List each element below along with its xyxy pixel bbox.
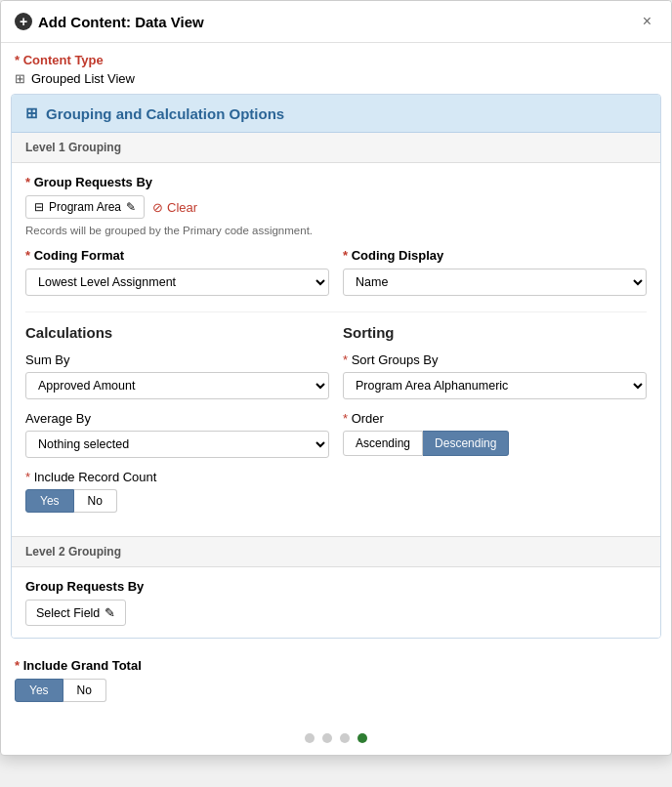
descending-button[interactable]: Descending [423,431,509,456]
edit-icon2: ✎ [105,605,115,620]
group-requests-by-group: * Group Requests By ⊟ Program Area ✎ ⊘ C… [25,175,647,236]
close-button[interactable]: × [637,11,657,32]
sorting-title: Sorting [343,324,647,341]
group-btn-row: ⊟ Program Area ✎ ⊘ Clear [25,195,647,219]
dot-2 [322,733,332,743]
calculations-title: Calculations [25,324,329,341]
coding-row: * Coding Format Lowest Level Assignment … [25,248,647,296]
content-type-label: * Content Type [15,53,657,67]
modal-title-group: + Add Content: Data View [15,13,204,30]
average-by-label: Average By [25,411,329,426]
grand-total-label: * Include Grand Total [15,658,657,673]
coding-display-group: * Coding Display Name [343,248,647,296]
coding-format-group: * Coding Format Lowest Level Assignment [25,248,329,296]
panel-header-icon: ⊞ [25,104,38,122]
coding-format-label: * Coding Format [25,248,329,263]
main-panel: ⊞ Grouping and Calculation Options Level… [11,94,661,639]
sum-by-select[interactable]: Approved Amount [25,372,329,399]
sum-by-label: Sum By [25,352,329,367]
pagination-dots [1,724,671,755]
average-by-select[interactable]: Nothing selected [25,431,329,458]
plus-icon: + [15,13,32,30]
table-icon: ⊟ [34,200,44,214]
sort-groups-by-label: * Sort Groups By [343,352,647,367]
include-record-count-label: * Include Record Count [25,470,329,484]
ascending-button[interactable]: Ascending [343,431,423,456]
group-requests-by-label2: Group Requests By [25,579,647,594]
order-group: * Order Ascending Descending [343,411,647,456]
no-icon: ⊘ [152,200,163,215]
modal-header: + Add Content: Data View × [1,1,671,43]
order-btn-group: Ascending Descending [343,431,647,456]
modal-container: + Add Content: Data View × * Content Typ… [0,0,672,756]
coding-format-select[interactable]: Lowest Level Assignment [25,269,329,296]
grand-total-no[interactable]: No [63,679,106,702]
calculations-section: Calculations Sum By Approved Amount Aver… [25,324,329,524]
group-requests-label: * Group Requests By [25,175,647,189]
sum-by-group: Sum By Approved Amount [25,352,329,399]
coding-display-label: * Coding Display [343,248,647,263]
panel-header: ⊞ Grouping and Calculation Options [12,95,660,133]
order-label: * Order [343,411,647,426]
grand-total-yn: Yes No [15,679,657,702]
grand-total-section: * Include Grand Total Yes No [1,648,671,724]
content-type-value: ⊞ Grouped List View [15,71,657,86]
panel-header-title: Grouping and Calculation Options [46,105,284,122]
level1-section-label: Level 1 Grouping [12,133,660,163]
average-by-group: Average By Nothing selected [25,411,329,458]
record-count-yn: Yes No [25,489,329,513]
sort-groups-by-select[interactable]: Program Area Alphanumeric [343,372,647,399]
modal-title: Add Content: Data View [38,14,204,30]
include-record-count-group: * Include Record Count Yes No [25,470,329,513]
record-count-yes[interactable]: Yes [25,489,74,513]
edit-icon: ✎ [126,200,136,214]
content-type-section: * Content Type ⊞ Grouped List View [1,43,671,94]
grand-total-yes[interactable]: Yes [15,679,63,702]
level2-section-label: Level 2 Grouping [12,536,660,567]
dot-3 [340,733,350,743]
record-count-no[interactable]: No [74,489,117,513]
content-type-text: Grouped List View [31,71,135,86]
level2-body: Group Requests By Select Field ✎ [12,567,660,638]
program-area-button[interactable]: ⊟ Program Area ✎ [25,195,145,219]
level1-body: * Group Requests By ⊟ Program Area ✎ ⊘ C… [12,163,660,536]
grid-icon: ⊞ [15,71,25,86]
sort-groups-by-group: * Sort Groups By Program Area Alphanumer… [343,352,647,399]
dot-4 [357,733,367,743]
coding-display-select[interactable]: Name [343,269,647,296]
hint-text: Records will be grouped by the Primary c… [25,225,647,236]
select-field-button[interactable]: Select Field ✎ [25,600,126,626]
sorting-section: Sorting * Sort Groups By Program Area Al… [343,324,647,524]
clear-button[interactable]: ⊘ Clear [152,200,197,215]
select-field-text: Select Field [36,606,100,620]
calc-sort-row: Calculations Sum By Approved Amount Aver… [25,311,647,524]
dot-1 [305,733,315,743]
